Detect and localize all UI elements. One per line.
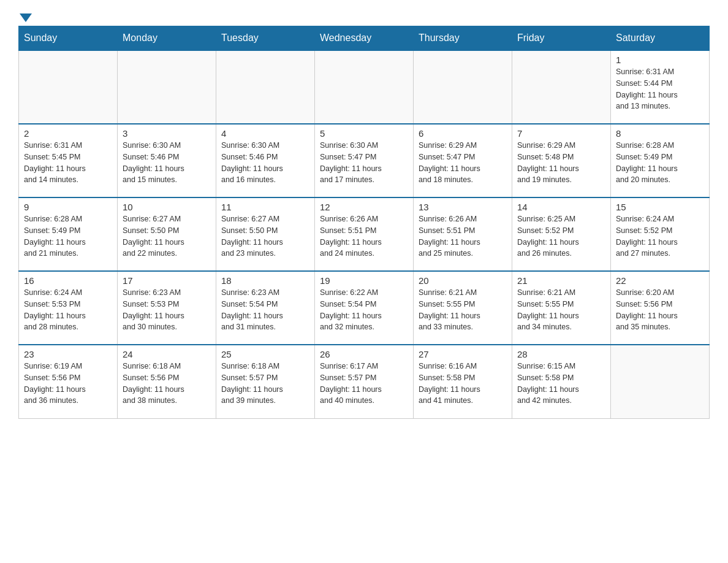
day-info: Sunrise: 6:25 AM Sunset: 5:52 PM Dayligh… [517, 213, 605, 259]
day-of-week-header: Sunday [19, 26, 118, 51]
day-info: Sunrise: 6:17 AM Sunset: 5:57 PM Dayligh… [320, 361, 408, 407]
day-info: Sunrise: 6:27 AM Sunset: 5:50 PM Dayligh… [123, 213, 211, 259]
logo [18, 12, 32, 20]
day-of-week-header: Friday [512, 26, 611, 51]
calendar-cell: 3Sunrise: 6:30 AM Sunset: 5:46 PM Daylig… [118, 124, 216, 197]
day-info: Sunrise: 6:19 AM Sunset: 5:56 PM Dayligh… [24, 361, 112, 407]
day-number: 2 [24, 128, 112, 139]
calendar-cell: 13Sunrise: 6:26 AM Sunset: 5:51 PM Dayli… [414, 197, 512, 271]
day-number: 12 [320, 202, 408, 212]
day-info: Sunrise: 6:31 AM Sunset: 5:45 PM Dayligh… [24, 140, 112, 186]
calendar-cell [512, 50, 611, 124]
calendar-cell: 27Sunrise: 6:16 AM Sunset: 5:58 PM Dayli… [414, 345, 512, 418]
day-info: Sunrise: 6:31 AM Sunset: 5:44 PM Dayligh… [616, 66, 704, 112]
day-number: 4 [221, 128, 309, 139]
day-info: Sunrise: 6:18 AM Sunset: 5:56 PM Dayligh… [123, 361, 211, 407]
day-of-week-header: Tuesday [216, 26, 315, 51]
calendar-week-row: 23Sunrise: 6:19 AM Sunset: 5:56 PM Dayli… [19, 345, 710, 418]
day-info: Sunrise: 6:23 AM Sunset: 5:53 PM Dayligh… [123, 287, 211, 333]
day-info: Sunrise: 6:28 AM Sunset: 5:49 PM Dayligh… [24, 213, 112, 259]
calendar-week-row: 9Sunrise: 6:28 AM Sunset: 5:49 PM Daylig… [19, 197, 710, 271]
day-number: 24 [123, 349, 211, 359]
day-info: Sunrise: 6:16 AM Sunset: 5:58 PM Dayligh… [419, 361, 507, 407]
calendar-cell: 8Sunrise: 6:28 AM Sunset: 5:49 PM Daylig… [611, 124, 710, 197]
calendar-cell: 22Sunrise: 6:20 AM Sunset: 5:56 PM Dayli… [611, 271, 710, 345]
calendar-cell: 19Sunrise: 6:22 AM Sunset: 5:54 PM Dayli… [315, 271, 414, 345]
day-number: 22 [616, 275, 704, 286]
calendar-week-row: 1Sunrise: 6:31 AM Sunset: 5:44 PM Daylig… [19, 50, 710, 124]
day-info: Sunrise: 6:20 AM Sunset: 5:56 PM Dayligh… [616, 287, 704, 333]
calendar-cell: 10Sunrise: 6:27 AM Sunset: 5:50 PM Dayli… [118, 197, 216, 271]
day-number: 16 [24, 275, 112, 286]
calendar-cell: 20Sunrise: 6:21 AM Sunset: 5:55 PM Dayli… [414, 271, 512, 345]
day-number: 1 [616, 55, 704, 65]
day-info: Sunrise: 6:22 AM Sunset: 5:54 PM Dayligh… [320, 287, 408, 333]
day-number: 3 [123, 128, 211, 139]
calendar-cell [315, 50, 414, 124]
calendar-week-row: 16Sunrise: 6:24 AM Sunset: 5:53 PM Dayli… [19, 271, 710, 345]
day-number: 28 [517, 349, 605, 359]
calendar-cell [118, 50, 216, 124]
day-info: Sunrise: 6:27 AM Sunset: 5:50 PM Dayligh… [221, 213, 309, 259]
day-info: Sunrise: 6:29 AM Sunset: 5:48 PM Dayligh… [517, 140, 605, 186]
logo-text [18, 12, 32, 22]
calendar-cell: 23Sunrise: 6:19 AM Sunset: 5:56 PM Dayli… [19, 345, 118, 418]
day-number: 14 [517, 202, 605, 212]
day-of-week-header: Thursday [414, 26, 512, 51]
day-number: 13 [419, 202, 507, 212]
day-info: Sunrise: 6:24 AM Sunset: 5:52 PM Dayligh… [616, 213, 704, 259]
day-number: 17 [123, 275, 211, 286]
calendar-cell: 7Sunrise: 6:29 AM Sunset: 5:48 PM Daylig… [512, 124, 611, 197]
day-info: Sunrise: 6:29 AM Sunset: 5:47 PM Dayligh… [419, 140, 507, 186]
day-number: 8 [616, 128, 704, 139]
day-info: Sunrise: 6:21 AM Sunset: 5:55 PM Dayligh… [419, 287, 507, 333]
calendar-cell: 17Sunrise: 6:23 AM Sunset: 5:53 PM Dayli… [118, 271, 216, 345]
calendar-cell: 16Sunrise: 6:24 AM Sunset: 5:53 PM Dayli… [19, 271, 118, 345]
day-number: 20 [419, 275, 507, 286]
day-number: 25 [221, 349, 309, 359]
page-header [18, 12, 710, 20]
day-info: Sunrise: 6:23 AM Sunset: 5:54 PM Dayligh… [221, 287, 309, 333]
day-info: Sunrise: 6:28 AM Sunset: 5:49 PM Dayligh… [616, 140, 704, 186]
day-info: Sunrise: 6:15 AM Sunset: 5:58 PM Dayligh… [517, 361, 605, 407]
calendar-week-row: 2Sunrise: 6:31 AM Sunset: 5:45 PM Daylig… [19, 124, 710, 197]
calendar-cell: 25Sunrise: 6:18 AM Sunset: 5:57 PM Dayli… [216, 345, 315, 418]
day-number: 5 [320, 128, 408, 139]
calendar-cell: 26Sunrise: 6:17 AM Sunset: 5:57 PM Dayli… [315, 345, 414, 418]
day-of-week-header: Wednesday [315, 26, 414, 51]
day-number: 18 [221, 275, 309, 286]
day-number: 7 [517, 128, 605, 139]
day-number: 26 [320, 349, 408, 359]
calendar-cell: 2Sunrise: 6:31 AM Sunset: 5:45 PM Daylig… [19, 124, 118, 197]
day-info: Sunrise: 6:21 AM Sunset: 5:55 PM Dayligh… [517, 287, 605, 333]
day-of-week-header: Monday [118, 26, 216, 51]
day-number: 11 [221, 202, 309, 212]
day-info: Sunrise: 6:24 AM Sunset: 5:53 PM Dayligh… [24, 287, 112, 333]
calendar-cell: 9Sunrise: 6:28 AM Sunset: 5:49 PM Daylig… [19, 197, 118, 271]
calendar-cell [414, 50, 512, 124]
calendar-cell: 18Sunrise: 6:23 AM Sunset: 5:54 PM Dayli… [216, 271, 315, 345]
calendar-cell: 12Sunrise: 6:26 AM Sunset: 5:51 PM Dayli… [315, 197, 414, 271]
day-number: 9 [24, 202, 112, 212]
calendar-cell [216, 50, 315, 124]
day-number: 23 [24, 349, 112, 359]
calendar-cell [611, 345, 710, 418]
day-info: Sunrise: 6:30 AM Sunset: 5:47 PM Dayligh… [320, 140, 408, 186]
day-number: 27 [419, 349, 507, 359]
day-info: Sunrise: 6:30 AM Sunset: 5:46 PM Dayligh… [221, 140, 309, 186]
day-info: Sunrise: 6:26 AM Sunset: 5:51 PM Dayligh… [419, 213, 507, 259]
calendar-cell: 11Sunrise: 6:27 AM Sunset: 5:50 PM Dayli… [216, 197, 315, 271]
day-number: 19 [320, 275, 408, 286]
calendar-cell: 4Sunrise: 6:30 AM Sunset: 5:46 PM Daylig… [216, 124, 315, 197]
calendar-cell: 15Sunrise: 6:24 AM Sunset: 5:52 PM Dayli… [611, 197, 710, 271]
day-number: 15 [616, 202, 704, 212]
day-number: 10 [123, 202, 211, 212]
calendar-cell: 5Sunrise: 6:30 AM Sunset: 5:47 PM Daylig… [315, 124, 414, 197]
day-number: 21 [517, 275, 605, 286]
calendar-cell: 21Sunrise: 6:21 AM Sunset: 5:55 PM Dayli… [512, 271, 611, 345]
calendar-cell: 6Sunrise: 6:29 AM Sunset: 5:47 PM Daylig… [414, 124, 512, 197]
day-of-week-header: Saturday [611, 26, 710, 51]
calendar-cell [19, 50, 118, 124]
calendar-cell: 28Sunrise: 6:15 AM Sunset: 5:58 PM Dayli… [512, 345, 611, 418]
calendar-cell: 24Sunrise: 6:18 AM Sunset: 5:56 PM Dayli… [118, 345, 216, 418]
